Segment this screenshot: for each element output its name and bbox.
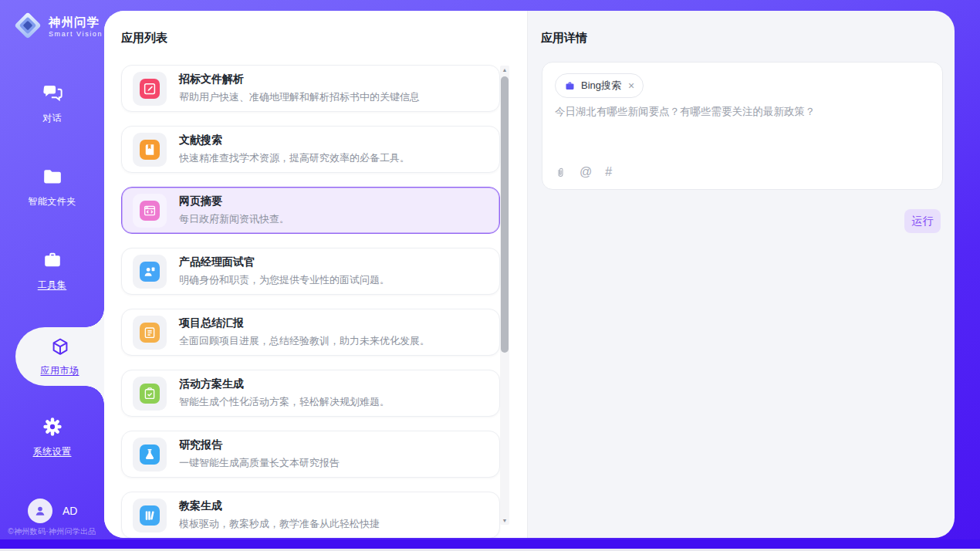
- app-detail-title: 应用详情: [541, 31, 587, 46]
- brand-title: 神州问学: [49, 16, 103, 29]
- run-button[interactable]: 运行: [904, 209, 941, 233]
- chat-icon: [41, 82, 64, 105]
- app-name: 研究报告: [179, 438, 340, 452]
- user-profile[interactable]: AD: [28, 499, 77, 523]
- app-name: 产品经理面试官: [179, 255, 390, 269]
- app-description: 一键智能生成高质量长文本研究报告: [179, 456, 340, 470]
- toolbox-icon: [41, 248, 64, 272]
- app-list-item[interactable]: 产品经理面试官明确身份和职责，为您提供专业性的面试问题。: [121, 248, 500, 295]
- app-list-item[interactable]: 项目总结汇报全面回顾项目进展，总结经验教训，助力未来优化发展。: [121, 309, 500, 356]
- sidebar-item-folder[interactable]: 智能文件夹: [0, 165, 104, 208]
- scrollbar-thumb[interactable]: [501, 76, 509, 353]
- user-name: AD: [63, 505, 77, 517]
- tool-chip-label: Bing搜索: [581, 79, 621, 93]
- app-description: 快速精准查找学术资源，提高研究效率的必备工具。: [179, 151, 410, 165]
- close-icon[interactable]: ×: [628, 79, 634, 92]
- flask-icon: [140, 445, 160, 465]
- app-description: 全面回顾项目进展，总结经验教训，助力未来优化发展。: [179, 334, 430, 348]
- mention-icon[interactable]: @: [580, 165, 592, 179]
- app-name: 活动方案生成: [179, 377, 390, 391]
- app-list-item[interactable]: 研究报告一键智能生成高质量长文本研究报告: [121, 431, 500, 478]
- hash-icon[interactable]: #: [605, 165, 612, 179]
- briefcase-icon: [564, 80, 576, 92]
- app-name: 文献搜索: [179, 134, 410, 147]
- bottom-bar: [0, 539, 980, 549]
- app-icon-box: [133, 499, 167, 532]
- scroll-down-icon[interactable]: ▼: [500, 518, 509, 523]
- app-icon-box: [133, 133, 167, 167]
- app-list-item[interactable]: 活动方案生成智能生成个性化活动方案，轻松解决规划难题。: [121, 370, 500, 417]
- app-description: 模板驱动，教案秒成，教学准备从此轻松快捷: [179, 517, 380, 531]
- sidebar-item-label: 对话: [42, 112, 62, 125]
- sidebar: 神州问学 Smart Vision 对话智能文件夹工具集应用市场系统设置 AD …: [0, 0, 104, 539]
- sidebar-item-cube[interactable]: 应用市场: [15, 327, 104, 386]
- sidebar-item-gear[interactable]: 系统设置: [0, 415, 104, 458]
- prompt-card: Bing搜索 × 今日湖北有哪些新闻要点？有哪些需要关注的最新政策？ @ #: [542, 62, 943, 190]
- app-description: 每日政府新闻资讯快查。: [179, 212, 289, 226]
- tool-chip-bing-search[interactable]: Bing搜索 ×: [555, 73, 644, 98]
- books-icon: [140, 505, 160, 526]
- app-icon-box: [133, 438, 167, 472]
- app-icon-box: [133, 72, 167, 106]
- app-icon-box: [133, 316, 167, 350]
- sidebar-item-label: 智能文件夹: [28, 195, 76, 208]
- avatar: [28, 499, 52, 523]
- brand-subtitle: Smart Vision: [49, 31, 103, 38]
- sidebar-item-label: 应用市场: [41, 364, 79, 377]
- app-name: 招标文件解析: [179, 73, 420, 86]
- app-list-panel: 应用列表 招标文件解析帮助用户快速、准确地理解和解析招标书中的关键信息文献搜索快…: [104, 11, 528, 538]
- browser-code-icon: [140, 201, 160, 221]
- app-list-item[interactable]: 文献搜索快速精准查找学术资源，提高研究效率的必备工具。: [121, 126, 500, 173]
- app-description: 智能生成个性化活动方案，轻松解决规划难题。: [179, 395, 390, 409]
- app-list-item[interactable]: 网页摘要每日政府新闻资讯快查。: [121, 187, 500, 234]
- app-description: 明确身份和职责，为您提供专业性的面试问题。: [179, 273, 390, 287]
- scroll-up-icon[interactable]: ▲: [500, 67, 509, 73]
- interviewer-icon: [140, 262, 160, 282]
- copyright-footer: ©神州数码·神州问学出品: [0, 526, 104, 537]
- input-toolbar: @ #: [555, 165, 612, 179]
- app-icon-box: [133, 255, 167, 289]
- app-icon-box: [133, 377, 167, 411]
- brand-diamond-icon: [12, 10, 43, 44]
- clipboard-check-icon: [140, 384, 160, 404]
- pen-square-icon: [140, 79, 160, 99]
- brand-logo: 神州问学 Smart Vision: [12, 10, 103, 44]
- app-name: 教案生成: [179, 499, 380, 513]
- scrollbar[interactable]: ▲ ▼: [500, 66, 509, 525]
- sidebar-item-toolbox[interactable]: 工具集: [0, 248, 104, 292]
- cube-icon: [49, 336, 72, 359]
- prompt-input[interactable]: 今日湖北有哪些新闻要点？有哪些需要关注的最新政策？: [555, 104, 925, 154]
- app-list-item[interactable]: 教案生成模板驱动，教案秒成，教学准备从此轻松快捷: [121, 492, 500, 538]
- app-list-item[interactable]: 招标文件解析帮助用户快速、准确地理解和解析招标书中的关键信息: [121, 65, 500, 112]
- sidebar-item-label: 系统设置: [33, 445, 72, 458]
- app-name: 网页摘要: [179, 194, 289, 208]
- note-icon: [140, 323, 160, 343]
- folder-icon: [41, 165, 64, 188]
- main-content: 应用列表 招标文件解析帮助用户快速、准确地理解和解析招标书中的关键信息文献搜索快…: [104, 11, 955, 538]
- app-icon-box: [133, 194, 167, 228]
- gear-icon: [41, 415, 64, 438]
- app-detail-panel: 应用详情 Bing搜索 × 今日湖北有哪些新闻要点？有哪些需要关注的最新政策？: [527, 11, 955, 538]
- app-description: 帮助用户快速、准确地理解和解析招标书中的关键信息: [179, 90, 420, 104]
- app-name: 项目总结汇报: [179, 316, 430, 330]
- app-list-title: 应用列表: [121, 31, 167, 46]
- sidebar-item-chat[interactable]: 对话: [0, 82, 104, 125]
- book-icon: [140, 140, 160, 160]
- attachment-icon[interactable]: [555, 166, 566, 179]
- sidebar-item-label: 工具集: [38, 279, 67, 292]
